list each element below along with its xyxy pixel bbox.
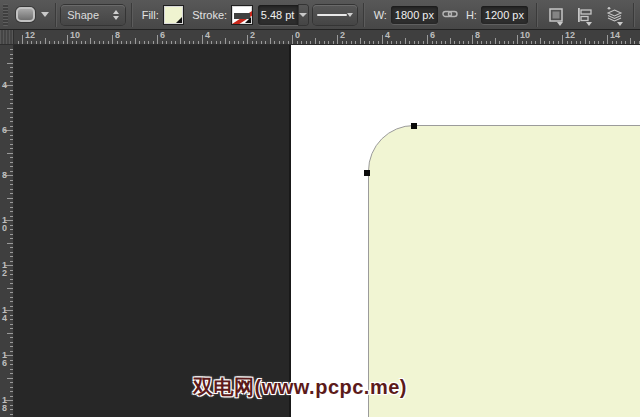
ruler-tick xyxy=(504,41,505,44)
align-left-icon xyxy=(577,8,592,22)
chevron-down-icon xyxy=(299,13,307,17)
stroke-width-dropdown-button[interactable] xyxy=(299,5,308,25)
path-alignment-button[interactable] xyxy=(577,3,592,27)
ruler-tick xyxy=(544,41,545,44)
ruler-tick xyxy=(409,41,410,44)
ruler-origin-corner[interactable] xyxy=(0,30,14,45)
chevron-down-icon xyxy=(347,13,353,17)
horizontal-ruler[interactable]: 1210864202468101214 xyxy=(14,30,640,45)
ruler-tick xyxy=(10,144,13,145)
ruler-tick xyxy=(580,41,581,44)
ruler-tick xyxy=(301,41,302,44)
ruler-tick xyxy=(10,391,13,392)
ruler-label: 4 xyxy=(385,31,390,40)
ruler-tick xyxy=(10,283,13,284)
ruler-tick xyxy=(198,41,199,44)
ruler-tick xyxy=(40,41,41,44)
ruler-tick xyxy=(10,409,13,410)
ruler-tick xyxy=(49,41,50,44)
link-dimensions-icon[interactable] xyxy=(442,8,458,22)
photoshop-window: Shape Fill: Stroke: 5.48 pt W: xyxy=(0,0,640,417)
ruler-tick xyxy=(10,103,13,104)
ruler-tick xyxy=(373,41,374,44)
ruler-tick xyxy=(10,211,13,212)
ruler-tick xyxy=(459,41,460,44)
ruler-tick xyxy=(508,41,509,44)
ruler-tick xyxy=(10,301,13,302)
width-value: 1800 px xyxy=(395,9,434,21)
ruler-tick xyxy=(7,333,13,334)
ruler-tick xyxy=(10,382,13,383)
anchor-point-top[interactable] xyxy=(411,123,417,129)
path-operations-button[interactable] xyxy=(549,3,564,27)
ruler-tick xyxy=(378,41,379,44)
solid-line-icon xyxy=(317,14,347,16)
ruler-tick xyxy=(486,41,487,44)
ruler-tick xyxy=(342,41,343,44)
ruler-tick xyxy=(144,41,145,44)
ruler-tick xyxy=(108,41,109,44)
ruler-tick xyxy=(328,41,329,44)
path-arrangement-button[interactable] xyxy=(606,3,623,27)
swatch-dropdown-triangle-icon xyxy=(176,17,182,23)
ruler-tick xyxy=(288,41,289,44)
shape-tool-button[interactable] xyxy=(14,2,37,28)
tool-preset-chevron-down-icon[interactable] xyxy=(41,12,49,17)
stroke-swatch[interactable] xyxy=(231,5,252,25)
ruler-tick xyxy=(10,396,13,397)
tool-mode-select[interactable]: Shape xyxy=(61,5,125,25)
stroke-width-field[interactable]: 5.48 pt xyxy=(258,5,298,25)
ruler-tick xyxy=(400,41,401,44)
ruler-label: 12 xyxy=(25,31,35,40)
fill-swatch[interactable] xyxy=(163,5,184,25)
ruler-tick xyxy=(436,41,437,44)
height-label: H: xyxy=(466,9,477,21)
ruler-label: 1 0 xyxy=(2,216,7,232)
vertical-ruler[interactable]: 4681 01 21 41 61 8 xyxy=(0,45,14,417)
ruler-tick xyxy=(261,41,262,44)
ruler-tick xyxy=(10,117,13,118)
ruler-tick xyxy=(553,41,554,44)
ruler-tick xyxy=(7,153,13,154)
ruler-tick xyxy=(598,41,599,44)
stroke-label: Stroke: xyxy=(192,9,227,21)
ruler-tick xyxy=(157,35,158,44)
toolbar-grip[interactable] xyxy=(3,4,8,26)
width-field[interactable]: 1800 px xyxy=(391,6,438,24)
height-field[interactable]: 1200 px xyxy=(481,6,528,24)
ruler-label: 6 xyxy=(160,31,165,40)
ruler-tick xyxy=(153,41,154,44)
ruler-tick xyxy=(10,337,13,338)
ruler-tick xyxy=(207,41,208,44)
ruler-label: 1 2 xyxy=(2,261,7,277)
updown-arrows-icon xyxy=(113,10,119,20)
ruler-tick xyxy=(10,387,13,388)
ruler-tick xyxy=(148,41,149,44)
ruler-tick xyxy=(10,414,13,415)
ruler-label: 1 8 xyxy=(2,396,7,412)
anchor-point-left[interactable] xyxy=(364,170,370,176)
ruler-tick xyxy=(630,38,631,44)
ruler-tick xyxy=(337,35,338,44)
ruler-tick xyxy=(355,41,356,44)
ruler-tick xyxy=(234,41,235,44)
ruler-tick xyxy=(423,41,424,44)
ruler-tick xyxy=(175,41,176,44)
chevron-down-icon xyxy=(557,22,563,26)
ruler-tick xyxy=(10,279,13,280)
ruler-tick xyxy=(10,328,13,329)
tool-mode-label: Shape xyxy=(67,9,99,21)
ruler-tick xyxy=(180,38,181,44)
ruler-tick xyxy=(229,41,230,44)
swatch-dropdown-triangle-icon xyxy=(245,17,251,23)
stroke-type-select[interactable] xyxy=(313,5,357,25)
arrange-layers-icon xyxy=(606,7,623,23)
ruler-tick xyxy=(319,41,320,44)
ruler-tick xyxy=(369,41,370,44)
ruler-tick xyxy=(432,41,433,44)
ruler-tick xyxy=(450,38,451,44)
ruler-tick xyxy=(10,369,13,370)
ruler-tick xyxy=(441,41,442,44)
ruler-tick xyxy=(10,121,13,122)
ruler-label: 1 6 xyxy=(2,351,7,367)
